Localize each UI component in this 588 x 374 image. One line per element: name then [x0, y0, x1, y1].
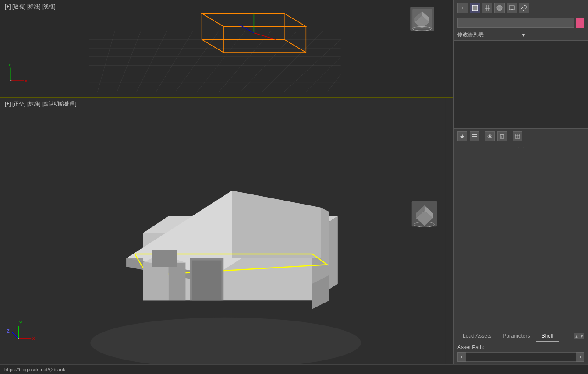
add-modifier-btn[interactable]: +	[457, 3, 468, 13]
svg-text:X: X	[25, 78, 28, 83]
viewport-top[interactable]: [+] [透视] [标准] [线框]	[0, 0, 453, 97]
viewports-container: [+] [透视] [标准] [线框]	[0, 0, 453, 364]
search-bar-area	[454, 16, 588, 29]
wireframe-scene: X Y	[0, 0, 453, 97]
modifier-list-header: 修改器列表 ▼	[454, 29, 588, 41]
nav-back-btn[interactable]: ‹	[457, 352, 466, 362]
tab-scroll-down[interactable]: ▼	[579, 333, 584, 339]
modifier-list-content	[454, 41, 588, 128]
svg-marker-50	[321, 208, 329, 267]
svg-rect-86	[500, 135, 504, 138]
bottom-content: Asset Path: ‹ ›	[454, 342, 588, 364]
svg-text:Y: Y	[8, 62, 11, 67]
tab-load-assets[interactable]: Load Assets	[457, 331, 496, 342]
bottom-tabs-area: Load Assets Parameters Shelf ▲ ▼ Asset P…	[454, 329, 588, 364]
asset-path-label: Asset Path:	[457, 344, 484, 350]
tab-scroll-up[interactable]: ▲	[574, 333, 579, 339]
table-icon[interactable]	[513, 131, 522, 141]
trash-icon[interactable]	[497, 131, 507, 141]
pink-action-btn[interactable]	[576, 18, 584, 28]
right-panel: + 修改器列表 ▼	[453, 0, 588, 364]
svg-text:Y: Y	[19, 321, 22, 326]
svg-rect-58	[152, 250, 177, 267]
select-mode-btn[interactable]	[470, 3, 480, 13]
3d-scene: X Y Z	[0, 98, 453, 364]
asset-path-input[interactable]	[466, 352, 576, 362]
sphere-btn[interactable]	[494, 3, 505, 13]
svg-marker-52	[143, 262, 169, 300]
svg-point-39	[10, 80, 12, 81]
svg-point-77	[497, 5, 502, 11]
screen-btn[interactable]	[507, 3, 517, 13]
svg-text:X: X	[32, 336, 35, 341]
viewport-bottom-label: [+] [正交] [标准] [默认明暗处理]	[5, 100, 77, 108]
svg-point-70	[18, 338, 19, 339]
search-input[interactable]	[457, 18, 574, 28]
svg-rect-82	[472, 136, 477, 137]
svg-rect-79	[509, 6, 514, 10]
svg-rect-0	[2, 0, 452, 97]
svg-rect-83	[472, 138, 477, 138]
asset-path-row: Asset Path:	[457, 344, 584, 350]
viewport-top-label: [+] [透视] [标准] [线框]	[5, 3, 56, 11]
main-area: [+] [透视] [标准] [线框]	[0, 0, 588, 364]
nav-forward-btn[interactable]: ›	[576, 352, 584, 362]
modifier-icons-row	[454, 128, 588, 144]
modifier-dropdown-arrow[interactable]: ▼	[521, 32, 584, 38]
tab-parameters[interactable]: Parameters	[497, 331, 535, 342]
svg-rect-72	[473, 6, 477, 10]
svg-rect-57	[192, 261, 222, 301]
asset-path-input-row: ‹ ›	[457, 352, 584, 362]
wrench-btn[interactable]	[519, 3, 529, 13]
viewport-cube-bottom[interactable]	[412, 201, 437, 227]
svg-rect-81	[472, 134, 477, 135]
svg-text:Z: Z	[7, 328, 10, 334]
right-panel-toolbar: +	[454, 0, 588, 16]
bottom-tabs: Load Assets Parameters Shelf ▲ ▼	[454, 329, 588, 342]
tab-scroll: ▲ ▼	[574, 333, 584, 339]
viewport-bottom[interactable]: [+] [正交] [标准] [默认明暗处理]	[0, 97, 453, 364]
viewport-cube-top[interactable]	[410, 7, 434, 31]
icons-divider-2	[510, 132, 510, 140]
panel-separator-dots: · · ·	[454, 144, 588, 150]
svg-marker-53	[169, 262, 186, 300]
panel-spacer	[454, 150, 588, 329]
eye-icon[interactable]	[485, 131, 495, 141]
status-bar-url: https://blog.csdn.net/Qiblank	[4, 367, 65, 372]
tab-shelf[interactable]: Shelf	[536, 331, 558, 342]
status-bar: https://blog.csdn.net/Qiblank	[0, 364, 588, 374]
pin-icon[interactable]	[457, 131, 467, 141]
icons-divider-1	[482, 132, 482, 140]
stack-icon[interactable]	[470, 131, 479, 141]
modifier-list-title: 修改器列表	[457, 31, 521, 39]
svg-point-85	[489, 135, 491, 137]
grid-btn[interactable]	[482, 3, 492, 13]
